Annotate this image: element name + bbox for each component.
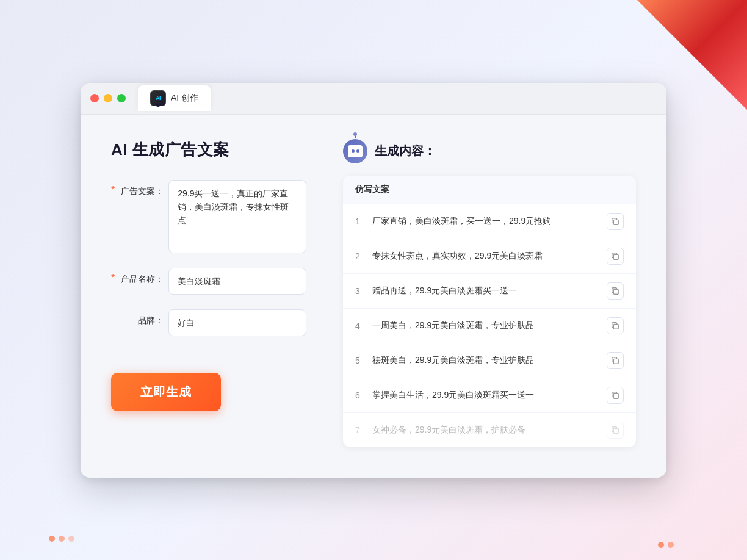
left-panel: AI 生成广告文案 * 广告文案： * 产品名称： * 品牌： 立即生成 (111, 139, 306, 447)
bg-decoration-bottom-right (658, 542, 674, 548)
copy-icon (611, 252, 619, 260)
close-button[interactable] (90, 94, 99, 102)
row-text: 赠品再送，29.9元美白淡斑霜买一送一 (372, 284, 607, 297)
copy-icon (611, 391, 619, 400)
svg-rect-2 (613, 289, 618, 294)
robot-eye-left (352, 149, 355, 153)
brand-input[interactable] (168, 309, 306, 336)
row-number: 2 (355, 251, 372, 261)
svg-rect-1 (613, 254, 618, 259)
row-text: 祛斑美白，29.9元美白淡斑霜，专业护肤品 (372, 354, 607, 367)
robot-antenna (355, 134, 356, 138)
product-name-label: 产品名称： (120, 268, 164, 285)
copy-button[interactable] (607, 422, 624, 439)
row-number: 7 (355, 425, 372, 435)
row-number: 3 (355, 286, 372, 296)
generate-button[interactable]: 立即生成 (111, 373, 221, 411)
results-table: 仿写文案 1 厂家直销，美白淡斑霜，买一送一，29.9元抢购 2 专抹女性斑点，… (343, 176, 636, 447)
row-text: 专抹女性斑点，真实功效，29.9元美白淡斑霜 (372, 249, 607, 262)
copy-icon (611, 287, 619, 295)
table-row: 2 专抹女性斑点，真实功效，29.9元美白淡斑霜 (343, 239, 636, 274)
page-title: AI 生成广告文案 (111, 139, 306, 160)
table-row: 1 厂家直销，美白淡斑霜，买一送一，29.9元抢购 (343, 204, 636, 239)
row-text: 厂家直销，美白淡斑霜，买一送一，29.9元抢购 (372, 215, 607, 228)
ai-creation-tab[interactable]: AI AI 创作 (138, 85, 211, 111)
svg-rect-0 (613, 220, 618, 224)
copy-icon (611, 217, 619, 226)
product-name-group: * 产品名称： (111, 268, 306, 295)
table-header: 仿写文案 (343, 176, 636, 204)
svg-rect-3 (613, 324, 618, 329)
copy-button[interactable] (607, 248, 624, 265)
right-panel: 生成内容： 仿写文案 1 厂家直销，美白淡斑霜，买一送一，29.9元抢购 2 专… (343, 139, 636, 447)
robot-eye-right (356, 149, 359, 153)
robot-icon (343, 139, 367, 163)
copy-icon (611, 321, 619, 330)
robot-face (348, 145, 363, 157)
row-number: 1 (355, 217, 372, 226)
minimize-button[interactable] (104, 94, 112, 102)
table-row: 5 祛斑美白，29.9元美白淡斑霜，专业护肤品 (343, 343, 636, 378)
browser-window: AI AI 创作 AI 生成广告文案 * 广告文案： * 产品名称： * (81, 83, 666, 478)
window-controls (90, 94, 126, 102)
tab-label: AI 创作 (171, 93, 198, 104)
row-number: 6 (355, 390, 372, 400)
svg-rect-4 (613, 359, 618, 364)
ad-copy-input[interactable] (168, 180, 306, 253)
results-list: 1 厂家直销，美白淡斑霜，买一送一，29.9元抢购 2 专抹女性斑点，真实功效，… (343, 204, 636, 447)
copy-button[interactable] (607, 352, 624, 369)
copy-button[interactable] (607, 317, 624, 334)
copy-icon (611, 356, 619, 365)
ai-logo-icon: AI (150, 90, 166, 106)
table-row: 3 赠品再送，29.9元美白淡斑霜买一送一 (343, 274, 636, 309)
row-text: 一周美白，29.9元美白淡斑霜，专业护肤品 (372, 319, 607, 332)
row-number: 5 (355, 356, 372, 365)
result-header: 生成内容： (343, 139, 636, 163)
row-text: 女神必备，29.9元美白淡斑霜，护肤必备 (372, 423, 607, 436)
svg-rect-6 (613, 428, 618, 433)
product-name-input[interactable] (168, 268, 306, 295)
result-title: 生成内容： (375, 143, 436, 159)
brand-label: 品牌： (120, 309, 164, 326)
maximize-button[interactable] (117, 94, 126, 102)
brand-group: * 品牌： (111, 309, 306, 336)
copy-button[interactable] (607, 387, 624, 404)
required-star-product: * (111, 273, 115, 284)
bg-decoration-bottom-left (49, 536, 74, 542)
main-content: AI 生成广告文案 * 广告文案： * 产品名称： * 品牌： 立即生成 (81, 115, 666, 478)
table-row: 7 女神必备，29.9元美白淡斑霜，护肤必备 (343, 413, 636, 447)
copy-icon (611, 426, 619, 434)
copy-button[interactable] (607, 213, 624, 230)
row-text: 掌握美白生活，29.9元美白淡斑霜买一送一 (372, 389, 607, 401)
table-row: 6 掌握美白生活，29.9元美白淡斑霜买一送一 (343, 378, 636, 413)
ad-copy-group: * 广告文案： (111, 180, 306, 253)
row-number: 4 (355, 321, 372, 331)
title-bar: AI AI 创作 (81, 83, 666, 115)
ad-copy-label: 广告文案： (120, 180, 164, 197)
svg-rect-5 (613, 393, 618, 398)
required-star-ad: * (111, 185, 115, 196)
table-row: 4 一周美白，29.9元美白淡斑霜，专业护肤品 (343, 309, 636, 343)
copy-button[interactable] (607, 282, 624, 300)
